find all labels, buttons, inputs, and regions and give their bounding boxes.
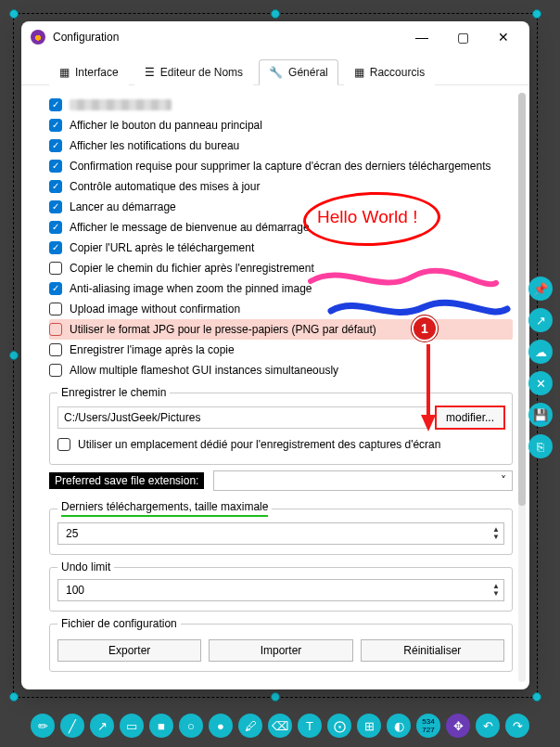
bottom-toolbar: ✏╱↗▭■○●🖊⌫T⨀⊞◐534727✥↶↷ xyxy=(0,714,560,738)
option-checkbox[interactable] xyxy=(49,364,62,377)
pin-icon[interactable]: 📌 xyxy=(528,277,553,301)
resize-handle-se[interactable] xyxy=(532,692,541,702)
recent-legend: Derniers téléchargements, taille maximal… xyxy=(57,500,272,517)
undo-value: 100 xyxy=(66,584,84,597)
maximize-button[interactable]: ▢ xyxy=(442,23,483,51)
recent-downloads-group: Derniers téléchargements, taille maximal… xyxy=(49,500,513,555)
open-icon[interactable]: ↗ xyxy=(528,308,553,332)
annotation-arrow[interactable] xyxy=(421,344,436,432)
recent-max-size-spinner[interactable]: 25 ▲▼ xyxy=(57,522,504,545)
side-tool-column: 📌↗☁✕💾⎘ xyxy=(528,277,553,458)
window-title: Configuration xyxy=(53,31,119,44)
option-checkbox[interactable] xyxy=(49,139,62,152)
spinner-arrows[interactable]: ▲▼ xyxy=(492,583,500,598)
redo-button[interactable]: ↷ xyxy=(505,714,529,738)
option-label: Enregistrer l'image après la copie xyxy=(70,343,235,356)
option-row: Confirmation requise pour supprimer la c… xyxy=(49,156,513,176)
option-label: Upload image without confirmation xyxy=(70,303,240,316)
option-checkbox[interactable] xyxy=(49,160,62,173)
option-checkbox[interactable] xyxy=(49,200,62,213)
tab-label: Editeur de Noms xyxy=(160,66,243,79)
option-label: Afficher les notifications du bureau xyxy=(70,139,239,152)
tab-general[interactable]: 🔧 Général xyxy=(259,59,338,85)
line-tool[interactable]: ╱ xyxy=(60,714,84,738)
option-checkbox[interactable] xyxy=(49,343,62,356)
option-label: Lancer au démarrage xyxy=(70,200,176,213)
tab-shortcuts[interactable]: ▦ Raccourcis xyxy=(344,59,435,85)
circle-tool[interactable]: ○ xyxy=(179,714,203,738)
option-checkbox[interactable] xyxy=(49,180,62,193)
svg-marker-1 xyxy=(421,415,436,431)
dedicated-location-checkbox[interactable] xyxy=(57,438,70,451)
import-button[interactable]: Importer xyxy=(209,639,352,662)
option-row: Afficher le message de bienvenue au déma… xyxy=(49,217,513,238)
option-row: Lancer au démarrage xyxy=(49,197,513,217)
minimize-icon: — xyxy=(415,30,428,45)
scroll-thumb[interactable] xyxy=(518,93,526,506)
option-checkbox[interactable] xyxy=(49,221,62,234)
tab-label: Raccourcis xyxy=(370,66,425,79)
rect-tool[interactable]: ▭ xyxy=(120,714,144,738)
tab-editor-names[interactable]: ☰ Editeur de Noms xyxy=(134,59,253,85)
cancel-icon[interactable]: ✕ xyxy=(528,371,553,395)
preferred-ext-select[interactable]: ˅ xyxy=(213,470,513,491)
tab-interface[interactable]: ▦ Interface xyxy=(49,59,129,85)
annotation-number-badge[interactable]: 1 xyxy=(412,316,438,341)
option-checkbox[interactable] xyxy=(49,262,62,275)
reset-button[interactable]: Réinitialiser xyxy=(361,639,504,662)
resize-handle-n[interactable] xyxy=(271,9,280,19)
arrow-tool[interactable]: ↗ xyxy=(90,714,114,738)
tab-bar: ▦ Interface ☰ Editeur de Noms 🔧 Général … xyxy=(21,53,529,85)
config-window: Configuration — ▢ ✕ ▦ Interface ☰ Editeu… xyxy=(21,21,529,689)
close-button[interactable]: ✕ xyxy=(483,23,524,51)
spinner-arrows[interactable]: ▲▼ xyxy=(492,526,500,541)
invert-tool[interactable]: ◐ xyxy=(387,714,411,738)
eraser-tool[interactable]: ⌫ xyxy=(268,714,292,738)
option-checkbox[interactable] xyxy=(49,98,62,111)
option-label: Contrôle automatique des mises à jour xyxy=(70,180,260,193)
resize-handle-w[interactable] xyxy=(9,351,19,360)
rect-fill-tool[interactable]: ■ xyxy=(149,714,173,738)
option-label: Confirmation requise pour supprimer la c… xyxy=(70,160,491,173)
grid-icon: ▦ xyxy=(354,66,364,79)
wrench-icon: 🔧 xyxy=(269,66,283,79)
save-icon[interactable]: 💾 xyxy=(528,403,553,427)
resize-handle-sw[interactable] xyxy=(9,692,19,702)
move-tool[interactable]: ✥ xyxy=(446,714,470,738)
undo-legend: Undo limit xyxy=(57,560,114,573)
minimize-button[interactable]: — xyxy=(401,23,442,51)
circle-fill-tool[interactable]: ● xyxy=(209,714,233,738)
option-checkbox[interactable] xyxy=(49,323,62,336)
save-path-group: Enregistrer le chemin C:/Users/JustGeek/… xyxy=(49,386,513,465)
annotation-text[interactable]: Hello World ! xyxy=(317,207,417,227)
layout-icon: ▦ xyxy=(59,66,70,79)
text-tool[interactable]: T xyxy=(298,714,322,738)
counter-tool[interactable]: ⨀ xyxy=(327,714,351,738)
resize-handle-s[interactable] xyxy=(271,692,280,702)
modify-button[interactable]: modifier... xyxy=(436,406,504,429)
preferred-ext-label: Preferred save file extension: xyxy=(49,472,204,489)
save-path-legend: Enregistrer le chemin xyxy=(57,386,170,399)
content-area: Afficher le bouton du panneau principalA… xyxy=(21,85,529,689)
option-row: Enregistrer l'image après la copie xyxy=(49,340,513,360)
scrollbar-vertical[interactable] xyxy=(518,93,526,682)
option-row: Copier l'URL après le téléchargement xyxy=(49,238,513,258)
option-label: Copier le chemin du fichier après l'enre… xyxy=(70,262,314,275)
undo-limit-spinner[interactable]: 100 ▲▼ xyxy=(57,579,504,601)
option-checkbox[interactable] xyxy=(49,303,62,316)
copy-icon[interactable]: ⎘ xyxy=(528,434,553,458)
size-badge: 534727 xyxy=(416,714,440,738)
pencil-tool[interactable]: ✏ xyxy=(31,714,55,738)
marker-tool[interactable]: 🖊 xyxy=(238,714,262,738)
option-checkbox[interactable] xyxy=(49,282,62,295)
pixelate-tool[interactable]: ⊞ xyxy=(357,714,381,738)
resize-handle-ne[interactable] xyxy=(532,9,541,19)
resize-handle-nw[interactable] xyxy=(9,9,19,19)
save-path-input[interactable]: C:/Users/JustGeek/Pictures xyxy=(57,406,430,429)
cloud-upload-icon[interactable]: ☁ xyxy=(528,340,553,364)
option-checkbox[interactable] xyxy=(49,119,62,132)
option-checkbox[interactable] xyxy=(49,241,62,254)
option-row: Afficher le bouton du panneau principal xyxy=(49,115,513,135)
export-button[interactable]: Exporter xyxy=(57,639,201,662)
undo-button[interactable]: ↶ xyxy=(476,714,500,738)
